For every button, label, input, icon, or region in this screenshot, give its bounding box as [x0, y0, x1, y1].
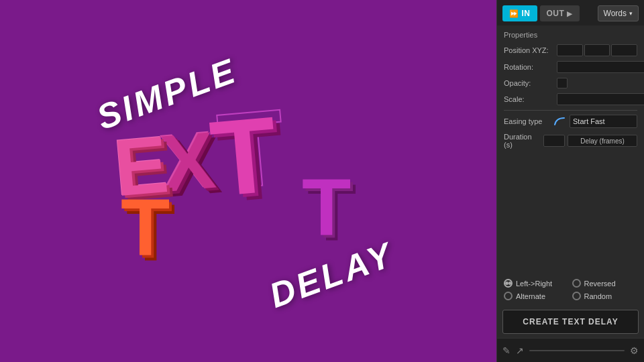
- radio-section: Left->Right Reversed Alternate Random: [497, 276, 644, 306]
- position-x-input[interactable]: [557, 44, 583, 56]
- radio-grid: Left->Right Reversed Alternate Random: [504, 279, 637, 300]
- radio-left-right-circle: [504, 279, 513, 288]
- radio-reversed-label: Reversed: [584, 280, 616, 288]
- letter-t-right: T: [302, 161, 351, 253]
- radio-left-right[interactable]: Left->Right: [504, 279, 570, 288]
- radio-reversed[interactable]: Reversed: [572, 279, 638, 288]
- scale-label: Scale:: [504, 95, 554, 103]
- words-label: Words: [604, 9, 627, 18]
- settings-gear-icon[interactable]: ⚙: [630, 345, 639, 356]
- tab-in-label: IN: [522, 9, 531, 18]
- right-panel: ⏩ IN OUT ▶ Words ▾ Properties Position X…: [496, 0, 644, 362]
- scale-input[interactable]: [557, 93, 644, 105]
- easing-curve-icon: [553, 117, 567, 126]
- pen-tool-icon[interactable]: ✎: [502, 345, 511, 356]
- canvas-area: SIMPLE E X T T T T DELAY: [0, 0, 496, 362]
- duration-label: Duration (s): [504, 133, 541, 149]
- opacity-checkbox[interactable]: [557, 78, 568, 88]
- tab-out-button[interactable]: OUT ▶: [540, 5, 580, 21]
- easing-select-wrap: Start Fast End Fast Linear Ease In Out: [570, 115, 637, 128]
- radio-reversed-circle: [572, 279, 581, 288]
- tab-in-button[interactable]: ⏩ IN: [502, 5, 537, 21]
- divider-1: [504, 110, 637, 111]
- scale-row: Scale:: [504, 93, 637, 105]
- fast-forward-icon: ⏩: [509, 9, 519, 18]
- opacity-label: Opacity:: [504, 79, 554, 87]
- tabs-row: ⏩ IN OUT ▶ Words ▾: [497, 0, 644, 25]
- duration-delay-row: Duration (s) Delay (frames): [504, 133, 637, 149]
- easing-select[interactable]: Start Fast End Fast Linear Ease In Out: [570, 115, 637, 128]
- create-btn-wrap: CREATE TEXT DELAY: [497, 306, 644, 338]
- bottom-toolbar: ✎ ↗ ⚙: [497, 338, 644, 362]
- export-icon[interactable]: ↗: [516, 345, 524, 356]
- properties-section: Properties Position XYZ: Rotation: Opaci…: [497, 25, 644, 276]
- letter-t-main: T: [207, 101, 281, 213]
- position-y-input[interactable]: [584, 44, 610, 56]
- rotation-row: Rotation:: [504, 61, 637, 73]
- words-dropdown[interactable]: Words ▾: [598, 5, 639, 21]
- easing-label: Easing type: [504, 117, 551, 125]
- delay-frames-label: Delay (frames): [580, 137, 625, 145]
- text-art: SIMPLE E X T T T T DELAY: [80, 54, 416, 308]
- opacity-row: Opacity:: [504, 78, 637, 88]
- easing-row: Easing type Start Fast End Fast Linear E…: [504, 115, 637, 128]
- radio-random-circle: [572, 292, 581, 300]
- tab-out-label: OUT: [547, 9, 565, 18]
- position-z-input[interactable]: [611, 44, 637, 56]
- position-label: Position XYZ:: [504, 46, 554, 54]
- duration-input[interactable]: [543, 135, 565, 147]
- chevron-down-icon: ▾: [629, 10, 633, 17]
- delay-frames-button[interactable]: Delay (frames): [568, 135, 637, 147]
- rotation-label: Rotation:: [504, 63, 554, 71]
- radio-random-label: Random: [584, 292, 612, 300]
- radio-random[interactable]: Random: [572, 292, 638, 300]
- letter-t-left: T: [121, 181, 170, 274]
- radio-alternate[interactable]: Alternate: [504, 292, 570, 300]
- create-text-delay-label: CREATE TEXT DELAY: [523, 317, 618, 326]
- arrow-right-icon: ▶: [567, 10, 573, 17]
- radio-left-right-label: Left->Right: [516, 280, 552, 288]
- position-row: Position XYZ:: [504, 44, 637, 56]
- xyz-inputs: [557, 44, 637, 56]
- create-text-delay-button[interactable]: CREATE TEXT DELAY: [502, 310, 639, 334]
- radio-alternate-circle: [504, 292, 513, 300]
- toolbar-progress-line: [529, 350, 625, 351]
- radio-alternate-label: Alternate: [516, 292, 545, 300]
- rotation-input[interactable]: [557, 61, 644, 73]
- properties-label: Properties: [504, 31, 637, 39]
